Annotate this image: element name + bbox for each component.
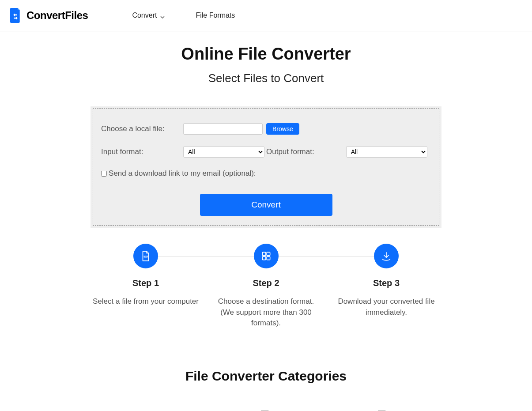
step-2: Step 2 Choose a destination format. (We … — [211, 244, 321, 329]
svg-rect-2 — [262, 252, 266, 256]
step-3-desc: Download your converted file immediately… — [331, 296, 441, 318]
svg-rect-3 — [267, 252, 270, 256]
output-format-label: Output format: — [266, 147, 314, 156]
nav-file-formats[interactable]: File Formats — [196, 11, 235, 19]
step-2-desc: Choose a destination format. (We support… — [211, 296, 321, 329]
archive-category-icon[interactable] — [140, 408, 159, 411]
choose-file-row: Choose a local file: Browse — [101, 123, 431, 135]
input-format-label: Input format: — [101, 147, 183, 156]
logo[interactable]: ConvertFiles — [9, 8, 88, 23]
format-row: Input format: All Output format: All — [101, 146, 431, 158]
categories — [91, 408, 441, 411]
choose-file-label: Choose a local file: — [101, 124, 183, 133]
step-3-title: Step 3 — [331, 278, 441, 288]
nav-file-formats-label: File Formats — [196, 11, 235, 19]
step-1-desc: Select a file from your computer — [91, 296, 201, 307]
brand-name: ConvertFiles — [26, 9, 88, 22]
convert-button[interactable]: Convert — [200, 194, 332, 216]
document-category-icon[interactable] — [257, 408, 276, 411]
svg-rect-4 — [262, 256, 266, 260]
step-3: Step 3 Download your converted file imme… — [331, 244, 441, 329]
email-checkbox-label: Send a download link to my email (option… — [109, 169, 256, 178]
converter-box: Choose a local file: Browse Input format… — [91, 106, 441, 228]
download-icon — [374, 244, 399, 268]
step-1-title: Step 1 — [91, 278, 201, 288]
page-subtitle: Select Files to Convert — [0, 72, 532, 85]
browse-button[interactable]: Browse — [266, 123, 299, 135]
nav-convert-label: Convert — [132, 11, 157, 19]
file-input[interactable] — [183, 123, 263, 135]
steps: FILE Step 1 Select a file from your comp… — [91, 244, 441, 329]
email-checkbox-row: Send a download link to my email (option… — [101, 169, 431, 178]
file-icon: FILE — [133, 244, 158, 268]
presentation-category-icon[interactable] — [374, 408, 393, 411]
logo-icon — [9, 8, 22, 23]
svg-text:FILE: FILE — [144, 256, 147, 257]
svg-rect-5 — [267, 256, 270, 260]
page-title: Online File Converter — [0, 45, 532, 64]
grid-icon — [254, 244, 279, 268]
output-format-select[interactable]: All — [346, 146, 427, 158]
chevron-down-icon — [160, 13, 165, 18]
nav-convert[interactable]: Convert — [132, 11, 165, 19]
step-1: FILE Step 1 Select a file from your comp… — [91, 244, 201, 329]
nav: Convert File Formats — [132, 11, 235, 19]
step-2-title: Step 2 — [211, 278, 321, 288]
input-format-select[interactable]: All — [183, 146, 264, 158]
email-checkbox[interactable] — [101, 171, 107, 177]
converter-inner: Choose a local file: Browse Input format… — [93, 109, 439, 226]
categories-title: File Converter Categories — [0, 369, 532, 384]
header: ConvertFiles Convert File Formats — [0, 0, 532, 31]
